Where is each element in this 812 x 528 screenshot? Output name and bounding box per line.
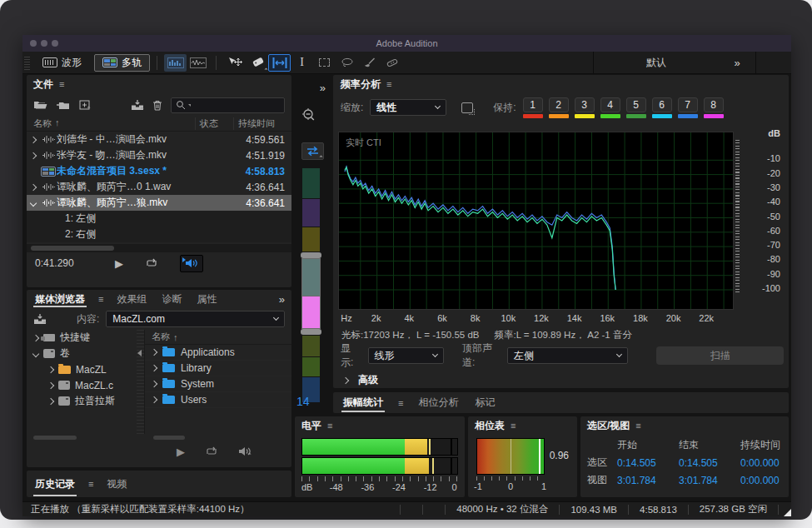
ibeam-tool[interactable]: I	[291, 54, 313, 72]
panel-menu-icon[interactable]: ≡	[59, 79, 64, 89]
spectral-display-toggle[interactable]	[164, 54, 187, 72]
file-row[interactable]: 谭咏麟、顾芮宁…0 1.wav 4:36.641	[27, 179, 291, 195]
razor-tool[interactable]	[246, 54, 268, 72]
expand-chevron-icon[interactable]	[47, 397, 54, 404]
panel-menu-icon[interactable]: ≡	[398, 398, 403, 408]
file-row[interactable]: 张学友 - 吻…演唱会.mkv 4:51.919	[27, 147, 291, 163]
column-name[interactable]: 名称↑	[27, 117, 195, 130]
waveform-view-button[interactable]: 波形	[35, 54, 89, 72]
preview-play-button[interactable]: ▶	[177, 446, 185, 458]
track-color-block[interactable]	[302, 199, 320, 227]
insert-into-multitrack-button[interactable]	[131, 100, 144, 111]
list-item-system[interactable]: System	[145, 376, 291, 392]
track-navigator-strip[interactable]	[302, 168, 320, 402]
hold-button[interactable]: 6	[652, 97, 672, 118]
tab-properties[interactable]: 属性	[195, 290, 218, 308]
hold-button[interactable]: 3	[575, 97, 595, 118]
tree-item-maczl-drive[interactable]: MacZL.c	[27, 377, 137, 393]
zoom-tool-icon[interactable]	[301, 107, 317, 124]
advanced-section[interactable]: 高级	[343, 373, 378, 387]
expand-chevron-icon[interactable]	[30, 152, 37, 158]
list-item-users[interactable]: Users	[145, 392, 291, 408]
track-color-block[interactable]	[302, 227, 320, 252]
tree-item-volumes[interactable]: 卷	[27, 346, 137, 361]
expand-chevron-icon[interactable]	[32, 334, 39, 341]
channel-row-left[interactable]: 1: 左侧	[27, 211, 291, 227]
frequency-plot[interactable]: 实时 CTI	[338, 132, 734, 310]
view-duration[interactable]: 0:00.000	[740, 475, 784, 486]
selection-start[interactable]: 0:14.505	[617, 457, 679, 469]
hold-button[interactable]: 2	[549, 97, 569, 118]
workspace-overflow-chevron[interactable]: »	[719, 57, 755, 69]
hold-button[interactable]: 4	[600, 97, 620, 118]
track-color-block[interactable]	[302, 259, 320, 296]
play-button[interactable]: ▶	[115, 257, 123, 270]
import-file-button[interactable]	[56, 100, 71, 110]
display-dropdown[interactable]: 线形	[368, 347, 444, 364]
preview-autoplay-button[interactable]	[238, 446, 252, 456]
list-item-applications[interactable]: Applications	[145, 345, 291, 361]
view-end[interactable]: 3:01.784	[679, 475, 740, 486]
time-selection-tool[interactable]	[268, 54, 291, 72]
list-scrollbar[interactable]	[153, 436, 185, 440]
tab-video[interactable]: 视频	[105, 471, 128, 497]
collapse-chevron-icon[interactable]	[32, 350, 39, 356]
tab-media-browser[interactable]: 媒体浏览器	[33, 290, 87, 308]
panel-overflow-chevron[interactable]: »	[279, 293, 285, 306]
column-duration[interactable]: 持续时间	[233, 117, 291, 130]
search-input[interactable]	[171, 97, 285, 113]
panel-menu-icon[interactable]: ≡	[98, 294, 103, 304]
panel-menu-icon[interactable]: ≡	[635, 421, 640, 431]
waveform-display-toggle[interactable]	[187, 54, 209, 72]
new-item-button[interactable]	[79, 100, 91, 110]
collapse-chevron-icon[interactable]	[30, 199, 37, 206]
tab-history[interactable]: 历史记录	[33, 471, 77, 497]
hold-button[interactable]: 8	[704, 97, 724, 118]
scan-frame-icon[interactable]	[461, 102, 473, 113]
swap-channels-button[interactable]	[301, 142, 324, 160]
hold-button[interactable]: 7	[678, 97, 698, 118]
preview-loop-button[interactable]	[205, 446, 218, 456]
collapse-arrow-icon[interactable]	[137, 350, 142, 356]
view-start[interactable]: 3:01.784	[617, 475, 679, 486]
panel-menu-icon[interactable]: ≡	[88, 479, 93, 489]
workspace-selector[interactable]: 默认	[594, 56, 719, 70]
file-row-selected[interactable]: 谭咏麟、顾芮宁…狼.mkv 4:36.641	[27, 195, 291, 211]
expand-chevron-icon[interactable]	[47, 381, 54, 388]
move-tool[interactable]	[223, 54, 246, 72]
import-button[interactable]	[33, 314, 47, 325]
column-status[interactable]: 状态	[195, 117, 233, 130]
lasso-selection-tool[interactable]	[336, 54, 358, 72]
top-channel-dropdown[interactable]: 左侧	[507, 347, 628, 364]
scan-button-disabled[interactable]: 扫描	[656, 346, 784, 365]
tab-markers[interactable]: 标记	[473, 392, 496, 413]
track-color-block[interactable]	[302, 296, 320, 328]
tree-scrollbar[interactable]	[33, 436, 77, 440]
content-dropdown[interactable]: MacZL.com	[106, 311, 285, 327]
tab-phase-analysis[interactable]: 相位分析	[416, 392, 460, 413]
window-resize-grip[interactable]	[784, 509, 791, 516]
tree-item-laplace-drive[interactable]: 拉普拉斯	[27, 393, 137, 409]
channel-row-right[interactable]: 2: 右侧	[27, 227, 291, 242]
media-list-header[interactable]: 名称↑	[145, 330, 291, 345]
range-handle-bottom[interactable]	[301, 329, 321, 335]
track-color-block[interactable]	[302, 336, 320, 356]
multitrack-view-button[interactable]: 多轨	[94, 54, 150, 72]
expand-chevron-icon[interactable]	[151, 381, 157, 387]
auto-play-button-active[interactable]	[180, 255, 203, 272]
selection-end[interactable]: 0:14.505	[679, 457, 740, 469]
paintbrush-tool[interactable]	[358, 54, 381, 72]
track-color-block[interactable]	[302, 168, 320, 198]
expand-panel-chevron[interactable]: »	[320, 82, 326, 94]
expand-chevron-icon[interactable]	[151, 349, 157, 356]
hold-button[interactable]: 5	[626, 97, 646, 118]
panel-menu-icon[interactable]: ≡	[511, 421, 516, 431]
file-row[interactable]: 刘德华 - 中…演唱会.mkv 4:59.561	[27, 132, 291, 147]
panel-menu-icon[interactable]: ≡	[327, 421, 332, 431]
selection-duration[interactable]: 0:00.000	[740, 457, 784, 469]
open-file-button[interactable]	[33, 100, 47, 110]
expand-chevron-icon[interactable]	[151, 365, 157, 371]
spot-healing-brush-tool[interactable]	[381, 54, 403, 72]
loop-playback-button[interactable]	[145, 258, 158, 268]
scale-dropdown[interactable]: 线性	[370, 99, 446, 116]
